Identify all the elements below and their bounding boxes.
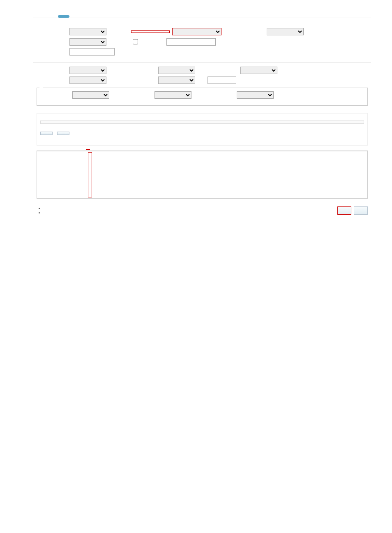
instructions (16, 231, 376, 257)
jumbo-select[interactable] (240, 67, 277, 74)
advanced-config-header (33, 57, 371, 63)
basic-config-header (33, 18, 371, 24)
unit-header (37, 149, 86, 150)
aggregation-item[interactable] (40, 121, 364, 124)
unit-value (39, 152, 88, 197)
flow-control-select[interactable] (158, 67, 195, 74)
speed-select[interactable] (172, 28, 221, 35)
select-none-button[interactable] (57, 132, 69, 135)
speed-label (131, 30, 170, 33)
kbps-range-note (39, 101, 365, 103)
power-save-select[interactable] (69, 76, 106, 84)
tab-setup[interactable] (58, 15, 69, 18)
storm-suppression-fieldset (37, 88, 368, 106)
select-all-button[interactable] (40, 132, 53, 135)
pvid-checkbox[interactable] (133, 39, 138, 44)
selected-ports-area (37, 149, 368, 199)
port-selector-panel (37, 113, 368, 146)
tab-bar (33, 13, 371, 18)
mdi-select[interactable] (69, 67, 106, 74)
max-mac-input[interactable] (208, 76, 236, 84)
cancel-button[interactable] (354, 206, 368, 215)
duplex-select[interactable] (267, 28, 304, 35)
max-mac-select[interactable] (158, 76, 195, 84)
broadcast-select[interactable] (72, 91, 109, 99)
multicast-select[interactable] (154, 91, 191, 99)
selected-ports-header (86, 149, 90, 150)
selected-ports-value (88, 152, 92, 197)
aggregation-ports-header[interactable] (40, 117, 364, 121)
unicast-select[interactable] (237, 91, 274, 99)
tab-summary[interactable] (37, 14, 42, 18)
port-state-select[interactable] (69, 28, 106, 35)
description-input[interactable] (69, 48, 115, 56)
setup-panel (33, 12, 371, 219)
apply-button[interactable] (337, 206, 351, 215)
link-type-select[interactable] (69, 38, 106, 46)
pvid-input[interactable] (166, 38, 216, 46)
tab-detail[interactable] (47, 14, 52, 18)
apply-notes (37, 206, 44, 215)
